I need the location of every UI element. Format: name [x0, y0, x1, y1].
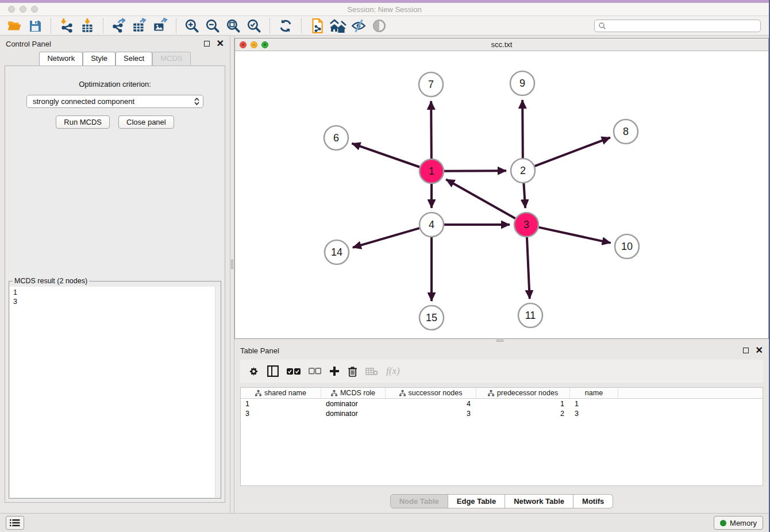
network-close-button[interactable]: ×	[240, 41, 247, 48]
houses-icon	[329, 18, 346, 34]
show-column-panel-button[interactable]	[267, 365, 279, 377]
column-header-mcds-role[interactable]: MCDS role	[321, 388, 386, 398]
run-mcds-button[interactable]: Run MCDS	[56, 115, 110, 129]
table-settings-button[interactable]	[248, 366, 259, 377]
tab-network[interactable]: Network	[39, 52, 83, 65]
horizontal-splitter[interactable]	[234, 339, 769, 342]
cell-shared-name[interactable]: 3	[241, 408, 321, 418]
column-header-successor-nodes[interactable]: successor nodes	[386, 388, 476, 398]
export-image-icon	[152, 18, 168, 34]
zoom-fit-button[interactable]	[225, 18, 242, 34]
vertical-splitter[interactable]	[230, 36, 234, 513]
selected-option: strongly connected component	[33, 97, 194, 106]
toolbar-separator	[270, 18, 270, 33]
cell-successor-nodes[interactable]: 3	[386, 408, 476, 418]
network-canvas[interactable]: 7968124314101511	[235, 51, 768, 338]
graph-node-label: 4	[429, 219, 434, 230]
memory-label: Memory	[730, 519, 757, 527]
splitter-grip[interactable]	[496, 340, 503, 342]
export-table-icon	[132, 18, 148, 34]
cell-successor-nodes[interactable]: 4	[386, 399, 476, 408]
mcds-result-list[interactable]: 1 3	[10, 287, 220, 498]
close-panel-icon[interactable]: ✕	[756, 348, 763, 353]
eye-slash-icon	[351, 18, 367, 34]
graph-edge-2-8[interactable]	[535, 137, 610, 166]
show-all-networks-button[interactable]	[329, 18, 346, 34]
create-column-button[interactable]	[329, 366, 340, 376]
import-network-button[interactable]	[58, 18, 75, 34]
cell-predecessor-nodes[interactable]: 1	[476, 399, 570, 408]
graph-edge-3-10[interactable]	[538, 228, 610, 243]
zoom-out-button[interactable]	[204, 18, 221, 34]
table-row[interactable]: 1 dominator 4 1 1	[241, 399, 763, 408]
memory-button[interactable]: Memory	[714, 516, 763, 530]
toolbar-separator	[301, 18, 302, 33]
column-header-predecessor-nodes[interactable]: predecessor nodes	[476, 388, 570, 398]
export-network-button[interactable]	[110, 18, 128, 34]
tab-mcds[interactable]: MCDS	[152, 52, 190, 65]
graph-edge-1-6[interactable]	[352, 144, 419, 167]
column-header-name[interactable]: name	[570, 388, 618, 398]
graph-edge-2-3[interactable]	[523, 183, 525, 208]
network-window-title: scc.txt	[235, 40, 768, 49]
graph-edge-1-7[interactable]	[431, 101, 432, 159]
close-panel-icon[interactable]: ✕	[217, 41, 224, 47]
toolbar-separator	[51, 18, 51, 33]
network-minimize-button[interactable]: −	[251, 41, 257, 48]
import-table-button[interactable]	[79, 18, 96, 34]
node-table[interactable]: shared name MCDS role successor nodes pr…	[240, 387, 763, 486]
tab-motifs[interactable]: Motifs	[573, 494, 613, 508]
network-maximize-button[interactable]: +	[261, 41, 268, 48]
table-row[interactable]: 3 dominator 3 2 3	[241, 408, 763, 418]
table-panel-title: Table Panel	[240, 346, 279, 355]
tab-node-table[interactable]: Node Table	[390, 494, 448, 508]
splitter-grip[interactable]	[231, 260, 233, 269]
tab-select[interactable]: Select	[116, 52, 152, 65]
tab-edge-table[interactable]: Edge Table	[448, 494, 505, 508]
show-graphics-details-button[interactable]	[371, 18, 388, 34]
graph-edge-4-14[interactable]	[353, 228, 419, 248]
cell-name[interactable]: 3	[570, 408, 618, 418]
first-neighbors-button[interactable]	[309, 18, 326, 34]
graph-edge-2-9[interactable]	[522, 100, 523, 158]
export-image-button[interactable]	[152, 18, 169, 34]
cell-mcds-role[interactable]: dominator	[321, 408, 386, 418]
graph-edge-1-2[interactable]	[444, 171, 506, 171]
network-window-titlebar[interactable]: × − + scc.txt	[235, 38, 768, 51]
network-document-icon	[309, 18, 325, 34]
float-panel-icon[interactable]	[743, 348, 749, 353]
network-graph[interactable]: 7968124314101511	[235, 51, 769, 338]
zoom-selected-icon	[246, 18, 262, 34]
search-input[interactable]	[609, 22, 757, 30]
cell-predecessor-nodes[interactable]: 2	[476, 408, 570, 418]
function-builder-button[interactable]: f(x)	[386, 365, 400, 377]
cell-name[interactable]: 1	[570, 399, 618, 408]
zoom-in-button[interactable]	[183, 18, 201, 34]
hide-graphics-details-button[interactable]	[350, 18, 367, 34]
deselect-all-columns-button[interactable]	[309, 368, 321, 375]
column-header-shared-name[interactable]: shared name	[241, 388, 321, 398]
close-panel-button[interactable]: Close panel	[118, 115, 174, 129]
float-panel-icon[interactable]	[204, 41, 210, 47]
graph-edge-3-11[interactable]	[527, 237, 530, 299]
cell-shared-name[interactable]: 1	[241, 399, 321, 408]
open-file-button[interactable]	[6, 18, 23, 34]
optimization-criterion-select[interactable]: strongly connected component	[26, 95, 203, 108]
delete-table-button[interactable]	[365, 367, 378, 376]
save-session-button[interactable]	[26, 18, 44, 34]
apply-layout-button[interactable]	[277, 18, 294, 34]
graph-edge-3-1[interactable]	[446, 179, 515, 218]
zoom-selected-button[interactable]	[245, 18, 263, 34]
search-box[interactable]	[594, 20, 761, 32]
zoom-fit-icon	[225, 18, 241, 34]
result-scrollbar[interactable]	[215, 287, 220, 498]
graph-node-label: 2	[520, 165, 526, 176]
export-table-button[interactable]	[131, 18, 148, 34]
tab-network-table[interactable]: Network Table	[505, 494, 573, 508]
tab-style[interactable]: Style	[83, 52, 116, 65]
select-all-columns-button[interactable]	[287, 368, 301, 375]
delete-columns-button[interactable]	[348, 366, 357, 377]
cell-mcds-role[interactable]: dominator	[321, 399, 386, 408]
optimization-criterion-label: Optimization criterion:	[5, 80, 225, 88]
task-history-button[interactable]	[6, 516, 24, 530]
